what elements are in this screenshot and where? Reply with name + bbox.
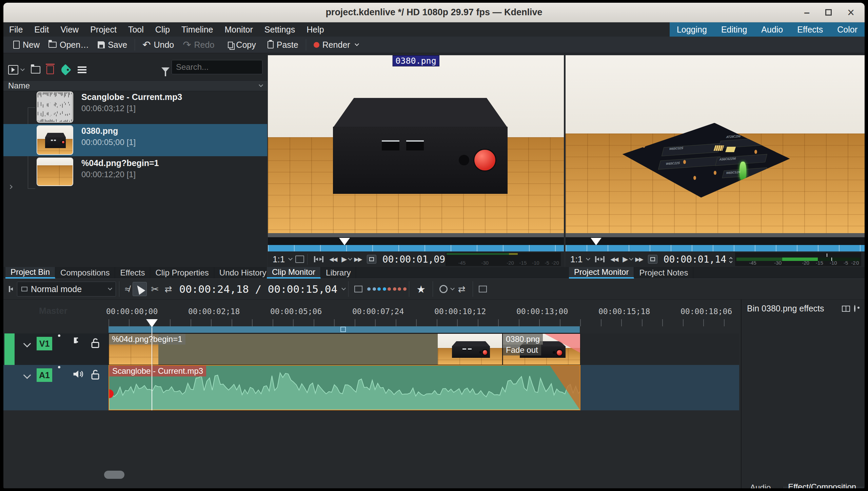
timeline-hscrollbar[interactable]: [104, 471, 124, 479]
menu-settings[interactable]: Settings: [259, 22, 301, 37]
switch-target-button[interactable]: ⇄: [458, 284, 466, 294]
zone-handle[interactable]: [340, 327, 346, 332]
paste-button[interactable]: Paste: [263, 38, 303, 52]
lift-zone-button[interactable]: [377, 287, 381, 291]
rewind-button[interactable]: ◀◀: [610, 256, 618, 263]
chevron-down-icon[interactable]: [629, 256, 634, 261]
menu-project[interactable]: Project: [84, 22, 122, 37]
tab-effects[interactable]: Effects: [115, 267, 150, 279]
extract-zone-button[interactable]: [398, 287, 401, 291]
track-a1-badge[interactable]: A1: [37, 368, 52, 382]
save-button[interactable]: Save: [93, 38, 132, 52]
clip-monitor-seekbar[interactable]: [268, 237, 564, 245]
render-button[interactable]: Render: [309, 38, 363, 52]
tab-undo-history[interactable]: Undo History: [214, 267, 272, 279]
select-tool-button[interactable]: [133, 282, 147, 296]
timecode-spinner[interactable]: [730, 256, 732, 263]
titlebar[interactable]: project.kdenlive */ HD 1080p 29.97 fps —…: [3, 3, 865, 22]
undo-button[interactable]: ↶Undo: [138, 38, 178, 52]
clip-image-sequence[interactable]: %04d.png?begin=1: [108, 333, 502, 365]
tab-clip-properties[interactable]: Clip Properties: [150, 267, 214, 279]
tab-clip-monitor[interactable]: Clip Monitor: [267, 267, 321, 279]
collapse-chevron-icon[interactable]: [23, 371, 31, 379]
overwrite-zone-button[interactable]: [388, 287, 391, 291]
speaker-icon[interactable]: [73, 369, 84, 379]
bin-menu-button[interactable]: [78, 66, 86, 73]
razor-tool-button[interactable]: ✂: [151, 284, 159, 295]
new-button[interactable]: New: [9, 38, 44, 52]
bin-item-0380[interactable]: 0380.png 00:00:05;00 [1]: [3, 124, 267, 156]
timeline-playhead-icon[interactable]: [146, 319, 158, 327]
open-button[interactable]: Open…: [44, 38, 93, 52]
record-button[interactable]: [439, 285, 448, 293]
workspace-effects[interactable]: Effects: [790, 22, 830, 37]
workspace-audio[interactable]: Audio: [754, 22, 790, 37]
zoom-level[interactable]: 1:1: [570, 254, 583, 265]
track-a1-header[interactable]: A1: [3, 365, 108, 410]
menu-monitor[interactable]: Monitor: [219, 22, 258, 37]
bin-item-audio[interactable]: Scanglobe - Current.mp3 00:06:03;12 [1]: [3, 90, 267, 124]
rewind-button[interactable]: ◀◀: [329, 256, 337, 263]
clip-monitor-zoombar[interactable]: [268, 245, 564, 251]
playhead-marker-icon[interactable]: [339, 238, 350, 245]
subtitle-tool-button[interactable]: [479, 286, 487, 292]
zone-mode-button[interactable]: [648, 255, 657, 264]
menu-tool[interactable]: Tool: [122, 22, 150, 37]
workspace-color[interactable]: Color: [830, 22, 865, 37]
tab-project-notes[interactable]: Project Notes: [634, 267, 693, 279]
tab-audio-mixer[interactable]: Audio ...: [745, 487, 783, 488]
monitor-overlay-button[interactable]: [295, 255, 304, 263]
favorite-effects-button[interactable]: ★: [416, 283, 426, 295]
timeline-zone-icon[interactable]: [9, 286, 10, 292]
clip-audio[interactable]: Scanglobe - Current.mp3: [108, 365, 580, 410]
forward-button[interactable]: ▶▶: [354, 256, 361, 263]
menu-timeline[interactable]: Timeline: [176, 22, 219, 37]
tab-library[interactable]: Library: [321, 267, 356, 279]
bin-item-sequence[interactable]: %04d.png?begin=1 00:00:12;20 [1]: [3, 156, 267, 187]
lock-icon[interactable]: [90, 337, 100, 349]
chevron-down-icon[interactable]: [586, 256, 590, 261]
project-monitor-video[interactable]: AT28C256 W65C02S AS6C62256 W65C22S W65C5…: [566, 55, 865, 233]
chevron-down-icon[interactable]: [348, 256, 353, 261]
project-monitor-seekbar[interactable]: [566, 237, 865, 245]
maximize-button[interactable]: [825, 9, 832, 16]
search-input[interactable]: [172, 60, 262, 74]
lock-icon[interactable]: [90, 369, 100, 381]
track-compositing-icon[interactable]: ≉: [125, 284, 130, 294]
tab-compositions[interactable]: Compositions: [55, 267, 115, 279]
add-clip-button[interactable]: [8, 65, 24, 75]
playhead-marker-icon[interactable]: [591, 238, 601, 245]
track-v1-badge[interactable]: V1: [37, 337, 52, 350]
menu-edit[interactable]: Edit: [28, 22, 55, 37]
collapse-chevron-icon[interactable]: [23, 340, 31, 348]
zone-start-icon[interactable]: [314, 256, 315, 262]
forward-button[interactable]: ▶▶: [635, 256, 643, 263]
bin-name-header[interactable]: Name: [3, 80, 267, 91]
menu-view[interactable]: View: [55, 22, 84, 37]
close-button[interactable]: ×: [847, 5, 854, 20]
menu-help[interactable]: Help: [301, 22, 330, 37]
menu-file[interactable]: File: [3, 22, 28, 37]
chevron-down-icon[interactable]: [450, 286, 455, 290]
project-monitor-timecode[interactable]: 00:00:01,14: [664, 254, 726, 265]
redo-button[interactable]: ↷Redo: [178, 38, 219, 52]
edit-mode-combobox[interactable]: Normal mode: [17, 282, 116, 296]
target-indicator[interactable]: [4, 333, 15, 365]
track-v1-header[interactable]: V1: [3, 333, 108, 365]
compare-split-icon[interactable]: [842, 306, 850, 312]
clip-monitor-video[interactable]: 0380.png: [268, 55, 564, 233]
minimize-button[interactable]: –: [804, 7, 810, 18]
play-button[interactable]: ▶: [341, 255, 346, 263]
eye-icon[interactable]: [854, 305, 855, 312]
tag-button[interactable]: [61, 66, 70, 74]
chevron-down-icon[interactable]: [341, 286, 346, 290]
clip-0380[interactable]: 0380.png Fade out: [502, 333, 580, 365]
tab-project-monitor[interactable]: Project Monitor: [569, 267, 634, 279]
zone-end-icon[interactable]: [322, 256, 323, 262]
insert-zone-button[interactable]: [367, 287, 371, 291]
create-folder-button[interactable]: [31, 66, 40, 74]
copy-button[interactable]: Copy: [223, 38, 260, 52]
zoom-level[interactable]: 1:1: [273, 254, 285, 265]
hide-video-icon[interactable]: [74, 337, 78, 344]
mix-clips-button[interactable]: [354, 286, 362, 292]
